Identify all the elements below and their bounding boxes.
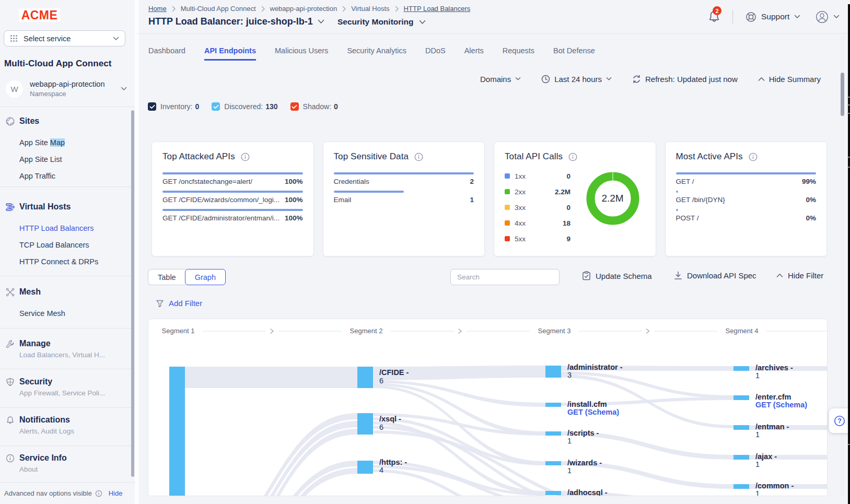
sidebar-item-app-site-map[interactable]: App Site Map [0,134,135,151]
toggle-inventory[interactable]: Inventory: 0 [148,102,199,111]
svg-text:1: 1 [755,371,760,380]
metric-value: 99% [802,178,816,185]
svg-text:Segment 4: Segment 4 [726,327,759,335]
tab-dashboard[interactable]: Dashboard [148,44,185,61]
svg-text:/scripts -: /scripts - [567,429,599,437]
tab-bot-defense[interactable]: Bot Defense [553,44,595,61]
notifications-bell-button[interactable]: 2 [708,10,720,24]
sidebar-item-service-mesh[interactable]: Service Mesh [0,305,135,322]
sidebar-item-app-traffic[interactable]: App Traffic [0,168,135,184]
load-balancer-icon [6,203,15,212]
legend-row: 5xx 9 [505,231,570,247]
chevron-down-icon[interactable] [318,19,324,24]
namespace-selector[interactable]: W webapp-api-protection Namespace [6,79,130,98]
select-service-label: Select service [24,34,71,43]
tab-requests[interactable]: Requests [503,44,534,61]
tab-api-endpoints[interactable]: API Endpoints [204,44,256,61]
breadcrumb-item[interactable]: webapp-api-protection [270,5,337,13]
breadcrumb-separator-icon [342,6,346,12]
info-icon[interactable] [749,153,758,161]
time-range-dropdown[interactable]: Last 24 hours [541,75,612,84]
sidebar-section-security[interactable]: Security [0,376,135,388]
checkbox-inventory[interactable] [148,102,156,111]
metric-label: Credentials [334,178,369,185]
update-schema-button[interactable]: Update Schema [582,271,652,280]
sidebar-scrollbar-thumb[interactable] [131,110,134,477]
info-icon[interactable] [414,153,423,161]
info-icon [95,490,102,497]
sidebar-item-http-connect-drps[interactable]: HTTP Connect & DRPs [0,253,135,270]
api-endpoints-sankey-panel[interactable]: Segment 1Segment 2Segment 3Segment 4/CFI… [148,319,828,496]
tab-bar: DashboardAPI EndpointsMalicious UsersSec… [148,44,595,61]
sidebar-item-app-site-list[interactable]: App Site List [0,151,135,168]
info-icon[interactable] [241,153,250,161]
support-label: Support [761,12,789,21]
sidebar-section-mesh[interactable]: Mesh [0,286,135,298]
page-title: HTTP Load Balancer: juice-shop-lb-1 [148,16,313,27]
metric-label: GET /CFIDE/administrator/entman/i... [162,215,280,222]
legend-label: 1xx [515,172,526,180]
domains-dropdown[interactable]: Domains [480,75,521,84]
select-service-dropdown[interactable]: Select service [4,30,125,46]
chevron-down-icon [113,37,119,41]
tab-ddos[interactable]: DDoS [425,44,446,61]
search-input[interactable] [450,269,560,285]
summary-controls: Domains Last 24 hours Refresh: Updated j… [480,73,821,85]
brand-logo: ACME [19,8,60,22]
breadcrumb-item[interactable]: Multi-Cloud App Connect [181,5,256,13]
topbar-divider [732,10,733,24]
breadcrumb-item[interactable]: Home [148,5,167,13]
graph-view-button[interactable]: Graph [185,269,226,285]
tab-security-analytics[interactable]: Security Analytics [347,44,406,61]
sidebar-section-subtitle: App Firewall, Service Poli... [0,388,135,398]
sankey-node-cfide [357,367,373,388]
refresh-button[interactable]: Refresh: Updated just now [632,75,738,84]
add-filter-label: Add Filter [169,299,202,308]
sidebar-section-service-info[interactable]: Service Info [0,452,135,464]
sidebar-section-sites[interactable]: Sites [0,115,135,127]
page-scrollbar-thumb[interactable] [841,73,844,116]
info-icon[interactable] [568,153,577,161]
hide-filter-button[interactable]: Hide Filter [776,271,823,280]
toggle-discovered[interactable]: Discovered: 130 [212,102,277,111]
hide-nav-link[interactable]: Hide [109,489,123,497]
tab-alerts[interactable]: Alerts [464,44,484,61]
sidebar-section-manage[interactable]: Manage [0,337,135,350]
sankey-node-https [357,461,373,474]
account-menu[interactable] [816,10,840,24]
domains-label: Domains [480,75,511,84]
help-button[interactable]: ? [829,408,850,433]
download-api-spec-button[interactable]: Download API Spec [674,271,756,280]
security-monitoring-dropdown[interactable]: Security Monitoring [337,17,426,27]
table-view-button[interactable]: Table [148,269,185,285]
add-filter-button[interactable]: Add Filter [156,299,202,308]
legend-value: 2.2M [555,188,570,196]
checkbox-shadow[interactable] [290,102,299,111]
svg-text:/https: -: /https: - [379,458,407,466]
svg-text:/xsql -: /xsql - [379,415,401,423]
breadcrumb-item[interactable]: HTTP Load Balancers [404,5,471,13]
info-icon [6,454,15,463]
sidebar-divider [0,328,135,329]
sidebar-item-tcp-load-balancers[interactable]: TCP Load Balancers [0,237,135,253]
life-ring-icon [746,11,756,22]
breadcrumb-item[interactable]: Virtual Hosts [351,5,389,13]
topbar-actions: 2 Support [708,0,840,33]
sidebar-section-title: Manage [19,339,51,348]
hide-summary-button[interactable]: Hide Summary [758,75,821,84]
sidebar-item-http-load-balancers[interactable]: HTTP Load Balancers [0,220,135,237]
sidebar-section-subtitle: Load Balancers, Virtual H... [0,350,135,360]
card-total-api-calls: Total API Calls 1xx 0 2xx 2.2M 3xx 0 4xx [494,142,656,256]
sidebar-section-virtual-hosts[interactable]: Virtual Hosts [0,201,135,213]
toggle-value: 0 [334,102,338,111]
metric-row: POST /0% [676,209,817,222]
tab-malicious-users[interactable]: Malicious Users [275,44,328,61]
checkbox-discovered[interactable] [212,102,220,111]
card-title: Most Active APIs [676,151,743,162]
toggle-shadow[interactable]: Shadow: 0 [290,102,338,111]
info-icon [414,153,423,161]
sidebar-section-notifications[interactable]: Notifications [0,414,135,426]
hide-summary-label: Hide Summary [769,75,821,84]
legend-row: 3xx 0 [505,200,570,215]
support-menu[interactable]: Support [746,11,800,22]
